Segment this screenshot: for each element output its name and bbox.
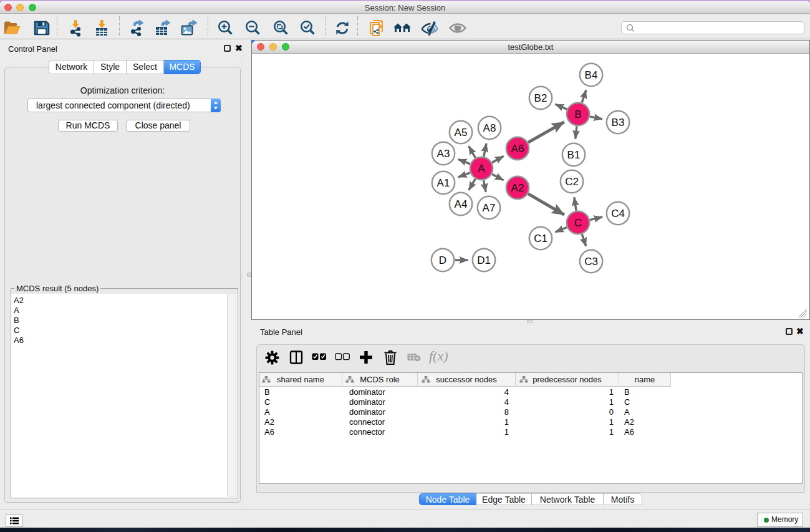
svg-text:A2: A2 xyxy=(511,182,524,194)
svg-text:C2: C2 xyxy=(565,176,579,188)
svg-text:A7: A7 xyxy=(483,202,496,214)
svg-text:B3: B3 xyxy=(612,117,625,128)
svg-text:A1: A1 xyxy=(437,177,450,189)
svg-text:C4: C4 xyxy=(611,208,625,220)
svg-text:A5: A5 xyxy=(455,127,468,138)
svg-text:B2: B2 xyxy=(534,92,547,104)
svg-text:A: A xyxy=(478,163,485,175)
svg-text:B4: B4 xyxy=(585,69,598,81)
svg-text:C1: C1 xyxy=(534,233,547,244)
svg-text:D1: D1 xyxy=(477,254,491,266)
svg-text:A4: A4 xyxy=(455,198,468,210)
svg-text:D: D xyxy=(439,254,446,266)
svg-text:C3: C3 xyxy=(584,256,598,268)
svg-text:B: B xyxy=(574,109,581,120)
svg-text:C: C xyxy=(574,217,582,229)
svg-text:A6: A6 xyxy=(511,143,524,155)
svg-text:B1: B1 xyxy=(567,149,581,161)
svg-text:A3: A3 xyxy=(437,148,450,160)
svg-text:A8: A8 xyxy=(483,122,496,134)
